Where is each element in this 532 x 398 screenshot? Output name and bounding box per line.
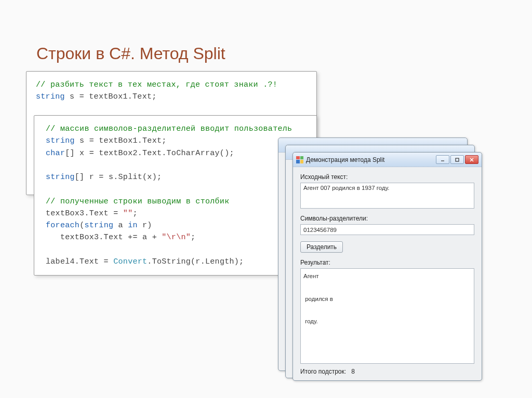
app-icon — [296, 156, 303, 163]
code-comment: // массив символов-разделителей вводит п… — [46, 125, 292, 133]
slide-title: Строки в C#. Метод Split — [0, 0, 532, 71]
result-textbox[interactable]: Агент родился в году. — [300, 268, 474, 364]
split-button[interactable]: Разделить — [300, 241, 343, 253]
maximize-button[interactable] — [450, 155, 464, 164]
maximize-icon — [455, 157, 460, 162]
code-block-front: // массив символов-разделителей вводит п… — [34, 115, 317, 276]
keyword: string — [36, 92, 65, 101]
count-value: 8 — [351, 368, 355, 375]
svg-rect-1 — [456, 158, 459, 161]
source-label: Исходный текст: — [300, 173, 474, 181]
keyword: string — [46, 136, 75, 145]
code-comment: // полученные строки выводим в столбик — [46, 197, 229, 206]
code-comment: // разбить текст в тех местах, где стоят… — [36, 80, 277, 89]
source-textbox[interactable]: Агент 007 родился в 1937 году. — [300, 183, 474, 209]
count-row: Итого подстрок: 8 — [300, 368, 474, 375]
window-front: Демонстрация метода Split Исходный текст… — [292, 152, 482, 381]
minimize-button[interactable] — [436, 155, 449, 164]
window-title: Демонстрация метода Split — [306, 156, 436, 163]
keyword: char — [46, 149, 65, 158]
separator-label: Символы-разделители: — [300, 215, 474, 222]
separator-textbox[interactable] — [300, 224, 474, 235]
result-label: Результат: — [300, 259, 474, 266]
keyword: foreach — [46, 221, 79, 230]
close-button[interactable] — [465, 155, 478, 164]
window-body: Исходный текст: Агент 007 родился в 1937… — [293, 167, 482, 380]
keyword: string — [46, 173, 75, 182]
minimize-icon — [440, 157, 445, 162]
titlebar[interactable]: Демонстрация метода Split — [293, 153, 482, 167]
count-label: Итого подстрок: — [300, 368, 346, 375]
close-icon — [469, 157, 474, 162]
